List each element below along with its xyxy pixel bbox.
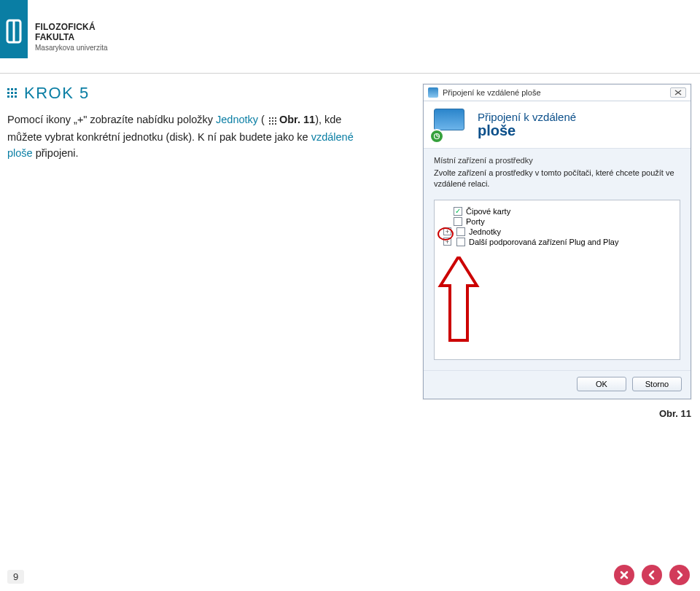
p-link-jednotky: Jednotky xyxy=(216,114,258,125)
p-text-a: Pomocí ikony „+" zobrazíte nabídku polož… xyxy=(7,114,216,125)
svg-rect-12 xyxy=(269,117,271,119)
p-ref: Obr. 11 xyxy=(279,114,315,125)
annotation-circle xyxy=(438,227,454,240)
svg-rect-7 xyxy=(11,92,13,94)
checkbox-icon[interactable] xyxy=(454,217,462,226)
ok-button[interactable]: OK xyxy=(577,377,626,391)
svg-rect-20 xyxy=(275,123,276,125)
dialog-window: Připojení ke vzdálené ploše Připojení k … xyxy=(423,84,691,399)
svg-rect-5 xyxy=(15,88,17,90)
page-logo: FILOZOFICKÁ FAKULTA Masarykova univerzit… xyxy=(0,0,107,58)
rdp-icon xyxy=(434,109,469,139)
svg-rect-3 xyxy=(7,88,9,90)
section-label: Místní zařízení a prostředky xyxy=(434,156,680,165)
svg-rect-17 xyxy=(275,120,276,122)
dialog-header: Připojení k vzdálené ploše xyxy=(424,101,691,149)
step-label: KROK 5 xyxy=(24,84,90,103)
inline-dots-icon xyxy=(269,114,278,130)
header-divider xyxy=(0,73,700,74)
svg-rect-6 xyxy=(7,92,9,94)
dialog-heading-1: Připojení k vzdálené xyxy=(478,111,576,123)
rdp-badge-icon xyxy=(429,129,444,144)
tree-label: Čipové karty xyxy=(466,207,510,216)
body-paragraph: Pomocí ikony „+" zobrazíte nabídku polož… xyxy=(7,112,372,161)
svg-rect-18 xyxy=(269,123,271,125)
dialog-title: Připojení ke vzdálené ploše xyxy=(443,88,541,97)
section-subtext: Zvolte zařízení a prostředky v tomto poč… xyxy=(434,168,680,189)
checkbox-icon[interactable] xyxy=(456,238,465,246)
nav-next-button[interactable] xyxy=(669,565,690,585)
dialog-titlebar: Připojení ke vzdálené ploše xyxy=(424,85,691,101)
p-text-d: připojeni. xyxy=(33,147,79,159)
tree-row-cipove-karty[interactable]: Čipové karty xyxy=(440,206,674,216)
dialog-heading: Připojení k vzdálené ploše xyxy=(478,111,576,138)
svg-rect-13 xyxy=(272,117,273,119)
tree-label: Porty xyxy=(466,217,485,226)
dialog-section: Místní zařízení a prostředky Zvolte zaří… xyxy=(424,149,691,192)
tree-row-porty[interactable]: Porty xyxy=(440,216,674,227)
svg-rect-4 xyxy=(11,88,13,90)
tree-label: Další podporovaná zařízení Plug and Play xyxy=(469,238,618,246)
logo-text: FILOZOFICKÁ FAKULTA Masarykova univerzit… xyxy=(28,0,107,58)
cancel-button[interactable]: Storno xyxy=(632,377,682,391)
rdp-small-icon xyxy=(428,87,438,98)
dots-icon xyxy=(7,88,19,98)
checkbox-checked-icon[interactable] xyxy=(454,207,462,216)
p-text-b: ( xyxy=(258,114,268,125)
svg-rect-11 xyxy=(15,95,17,98)
step-heading: KROK 5 xyxy=(7,84,90,103)
nav-prev-button[interactable] xyxy=(642,565,662,585)
org-line1: FILOZOFICKÁ xyxy=(35,22,107,32)
nav-close-button[interactable] xyxy=(614,565,634,585)
nav-buttons xyxy=(614,565,690,585)
tree-label: Jednotky xyxy=(469,227,501,236)
org-line3: Masarykova univerzita xyxy=(35,44,107,52)
tree-row-dalsi[interactable]: + Další podporovaná zařízení Plug and Pl… xyxy=(440,237,674,247)
annotation-arrow xyxy=(433,257,484,344)
svg-rect-16 xyxy=(272,120,273,122)
tree-row-jednotky[interactable]: + Jednotky xyxy=(440,227,674,237)
figure-caption: Obr. 11 xyxy=(423,408,691,419)
svg-rect-9 xyxy=(7,95,9,98)
close-button[interactable] xyxy=(670,87,686,98)
svg-rect-19 xyxy=(272,123,273,125)
dialog-button-row: OK Storno xyxy=(424,370,691,399)
page-number: 9 xyxy=(7,570,24,584)
svg-rect-15 xyxy=(269,120,271,122)
org-line2: FAKULTA xyxy=(35,32,107,42)
svg-rect-14 xyxy=(275,117,276,119)
logo-mark xyxy=(0,0,28,58)
checkbox-icon[interactable] xyxy=(456,227,465,236)
svg-rect-10 xyxy=(11,95,13,98)
svg-rect-8 xyxy=(15,92,17,94)
dialog-heading-2: ploše xyxy=(478,123,576,138)
